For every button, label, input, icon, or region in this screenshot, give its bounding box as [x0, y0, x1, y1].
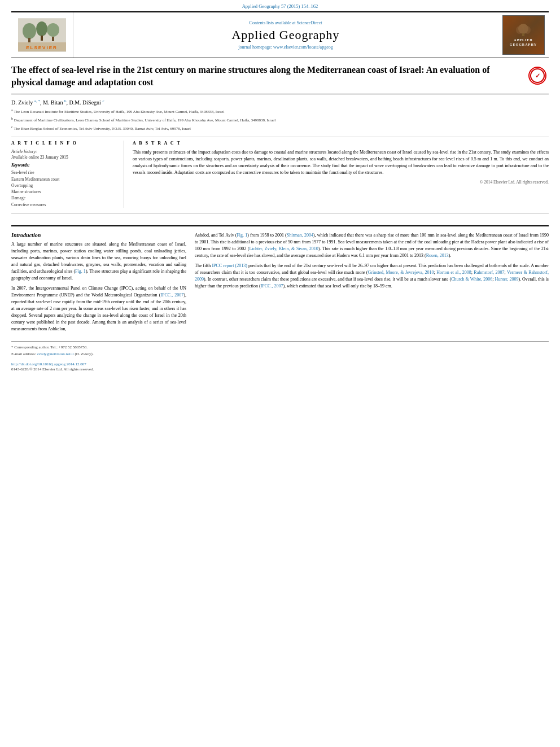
sup-b: b [64, 99, 67, 103]
rahmstorf-ref[interactable]: Rahmstorf, 2007 [474, 270, 504, 275]
crossmark-svg: ✓ [530, 68, 545, 84]
svg-point-5 [47, 23, 59, 37]
contents-text: Contents lists available at [250, 20, 297, 25]
keyword-2: Eastern Mediterranean coast [11, 176, 115, 182]
logo-tree-svg [515, 23, 532, 37]
history-label: Article history: [11, 149, 115, 154]
authors-line: D. Zviely a, *, M. Bitan b, D.M. DiSegni… [11, 99, 549, 106]
keyword-4: Marine structures [11, 189, 115, 195]
top-banner: Applied Geography 57 (2015) 154–162 [0, 0, 560, 11]
affiliation-a: a The Leon Recanati Institute for Mariti… [11, 108, 549, 115]
keyword-6: Corrective measures [11, 202, 115, 208]
shirman-ref[interactable]: Shirman, 2004 [287, 233, 313, 238]
lichter-ref[interactable]: Lichter, Zviely, Klein, & Sivan, 2010 [249, 246, 318, 251]
intro-para-3: Ashdod, and Tel Aviv (Fig. 1) from 1958 … [195, 232, 549, 259]
homepage-text: journal homepage: [238, 45, 273, 50]
intro-para-2: In 2007, the Intergovernmental Panel on … [11, 285, 186, 333]
abstract-text: This study presents estimates of the imp… [133, 149, 549, 176]
homepage-link[interactable]: www.elsevier.com/locate/apgeog [273, 45, 333, 50]
doi-line[interactable]: http://dx.doi.org/10.1016/j.apgeog.2014.… [11, 362, 549, 366]
ipcc-report-ref[interactable]: IPCC report (2013) [212, 263, 247, 268]
email-link[interactable]: zviely@netvision.net.il [37, 352, 74, 356]
homepage-line: journal homepage: www.elsevier.com/locat… [238, 45, 333, 50]
sup-a: a, * [34, 99, 40, 103]
crossmark-icon: ✓ [528, 67, 546, 85]
email-footnote: E-mail address: zviely@netvision.net.il … [11, 352, 549, 357]
svg-point-12 [516, 26, 523, 34]
svg-text:ELSEVIER: ELSEVIER [26, 45, 58, 50]
journal-header: ELSEVIER Contents lists available at Sci… [11, 11, 549, 58]
abstract-heading: A B S T R A C T [133, 141, 549, 146]
keyword-3: Overtopping [11, 182, 115, 189]
body-column-right: Ashdod, and Tel Aviv (Fig. 1) from 1958 … [195, 232, 549, 336]
ipcc-ref-1[interactable]: IPCC., 2007 [160, 292, 183, 298]
article-title-section: The effect of sea-level rise in the 21st… [11, 64, 549, 94]
introduction-title: Introduction [11, 232, 186, 238]
crossmark-section: ✓ [526, 64, 549, 85]
hunter-ref[interactable]: Hunter, 2009 [495, 277, 519, 282]
footnotes-section: * Corresponding author. Tel.: +972 52 58… [11, 342, 549, 372]
svg-point-3 [36, 21, 47, 36]
tree-svg: ELSEVIER [18, 19, 66, 51]
grinsted-ref[interactable]: Grinsted, Moore, & Jevrejeva, 2010 [368, 270, 434, 275]
keyword-5: Damage [11, 195, 115, 201]
header-right: APPLIED GEOGRAPHY [498, 12, 549, 58]
journal-title: Applied Geography [231, 28, 339, 42]
journal-citation: Applied Geography 57 (2015) 154–162 [242, 3, 318, 9]
rosen-ref[interactable]: Rosen, 2013 [426, 253, 449, 258]
article-info-column: A R T I C L E I N F O Article history: A… [11, 141, 124, 208]
section-divider [11, 225, 549, 226]
intro-para-4: The fifth IPCC report (2013) predicts th… [195, 263, 549, 290]
header-center: Contents lists available at ScienceDirec… [73, 12, 498, 58]
affiliation-c: c The Eitan Berglas School of Economics,… [11, 125, 549, 132]
article-info-abstract-section: A R T I C L E I N F O Article history: A… [11, 141, 549, 214]
abstract-section: A B S T R A C T This study presents esti… [133, 141, 549, 208]
contents-line: Contents lists available at ScienceDirec… [250, 20, 322, 25]
svg-text:✓: ✓ [535, 72, 540, 79]
logo-line2: GEOGRAPHY [510, 42, 537, 47]
authors-section: D. Zviely a, *, M. Bitan b, D.M. DiSegni… [11, 99, 549, 138]
logo-line1: APPLIED [514, 38, 532, 42]
sup-c: c [102, 99, 104, 103]
intro-para-1: A large number of marine structures are … [11, 241, 186, 282]
article-info-heading: A R T I C L E I N F O [11, 141, 115, 146]
svg-rect-6 [52, 37, 54, 41]
keyword-1: Sea-level rise [11, 169, 115, 176]
article-title: The effect of sea-level rise in the 21st… [11, 64, 526, 89]
svg-point-1 [23, 23, 36, 39]
copyright-line: © 2014 Elsevier Ltd. All rights reserved… [133, 180, 549, 185]
svg-point-13 [524, 26, 531, 34]
sciencedirect-link[interactable]: ScienceDirect [297, 20, 322, 25]
issn-line: 0143-6228/© 2014 Elsevier Ltd. All right… [11, 367, 549, 372]
svg-rect-11 [522, 33, 524, 36]
page: Applied Geography 57 (2015) 154–162 ELSE… [0, 0, 560, 747]
keywords-heading: Keywords: [11, 163, 115, 168]
elsevier-logo-section: ELSEVIER [11, 12, 73, 58]
fig1-ref-1[interactable]: Fig. 1 [75, 269, 86, 274]
fig1-ref-2[interactable]: Fig. 1 [237, 233, 247, 238]
svg-rect-4 [41, 36, 43, 41]
journal-logo-box: APPLIED GEOGRAPHY [502, 15, 545, 55]
elsevier-tree-image: ELSEVIER [18, 18, 66, 52]
available-online: Available online 23 January 2015 [11, 155, 115, 160]
main-content: Introduction A large number of marine st… [11, 232, 549, 336]
horton-ref[interactable]: Horton et al., 2008 [436, 270, 471, 275]
article-body: The effect of sea-level rise in the 21st… [11, 58, 549, 225]
ipcc-2007-ref[interactable]: IPCC., 2007 [261, 283, 283, 289]
affiliation-b: b Department of Maritime Civilizations, … [11, 116, 549, 124]
church-ref[interactable]: Church & White, 2006 [451, 277, 492, 282]
body-column-left: Introduction A large number of marine st… [11, 232, 186, 336]
corresponding-footnote: * Corresponding author. Tel.: +972 52 58… [11, 345, 549, 351]
svg-rect-2 [28, 38, 30, 42]
